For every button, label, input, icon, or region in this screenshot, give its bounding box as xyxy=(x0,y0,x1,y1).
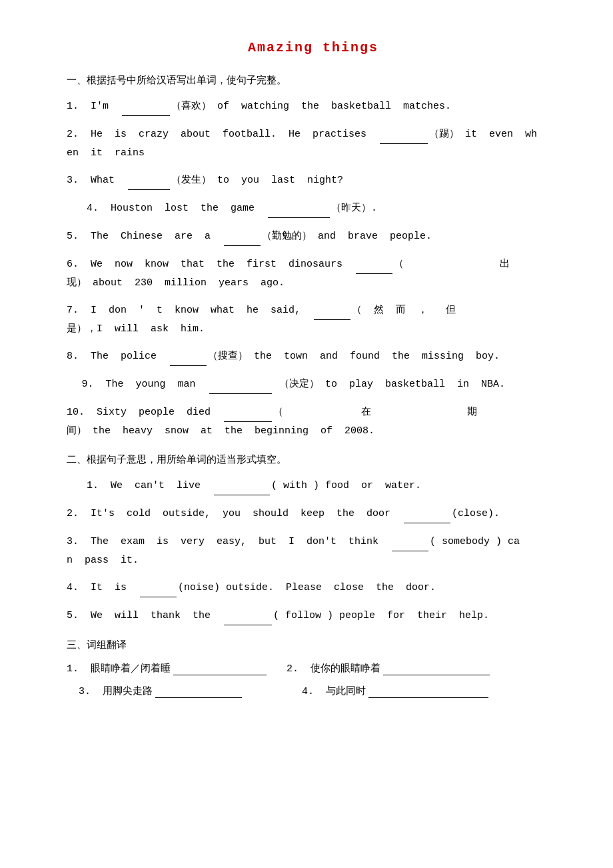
blank-q2 xyxy=(380,125,428,144)
q5: 5. The Chinese are a （勤勉的） and brave peo… xyxy=(67,227,560,246)
s2-q3: 3. The exam is very easy, but I don't th… xyxy=(67,533,560,569)
section1-header: 一、根据括号中所给汉语写出单词，使句子完整。 xyxy=(67,74,560,87)
q7: 7. I don ' t know what he said, （ 然 而 ， … xyxy=(67,301,560,338)
blank-q8 xyxy=(170,347,207,366)
blank-vocab3 xyxy=(155,686,242,698)
s2-q1: 1. We can't live ( with ) food or water. xyxy=(67,477,560,495)
blank-s2q3 xyxy=(392,533,428,551)
blank-s2q4 xyxy=(140,579,177,597)
blank-vocab1 xyxy=(173,663,267,675)
blank-q10 xyxy=(224,403,272,422)
blank-q7 xyxy=(314,301,350,320)
blank-s2q2 xyxy=(404,505,450,523)
page-title: Amazing things xyxy=(67,40,560,55)
section3-header: 三、词组翻译 xyxy=(67,639,560,651)
q8: 8. The police （搜查） the town and found th… xyxy=(67,347,560,366)
vocab-item-1: 1. 眼睛睁着／闭着睡 xyxy=(67,662,267,675)
q1: 1. I'm （喜欢） of watching the basketball m… xyxy=(67,97,560,116)
blank-q4 xyxy=(268,199,330,218)
s2-q2: 2. It's cold outside, you should keep th… xyxy=(67,505,560,523)
blank-s2q5 xyxy=(224,607,272,625)
q9: 9. The young man （决定） to play basketball… xyxy=(67,375,560,394)
q10: 10. Sixty people died （ 在 期 间） the heavy… xyxy=(67,403,560,440)
blank-vocab4 xyxy=(368,686,488,698)
q2: 2. He is crazy about football. He practi… xyxy=(67,125,560,162)
vocab-row1: 1. 眼睛睁着／闭着睡 2. 使你的眼睛睁着 xyxy=(67,662,560,675)
section2-header: 二、根据句子意思，用所给单词的适当形式填空。 xyxy=(67,453,560,466)
blank-s2q1 xyxy=(214,477,270,495)
blank-q5 xyxy=(224,227,261,246)
q4: 4. Houston lost the game （昨天）. xyxy=(67,199,560,218)
blank-vocab2 xyxy=(383,663,490,675)
s2-q5: 5. We will thank the ( follow ) people f… xyxy=(67,607,560,625)
blank-q1 xyxy=(122,97,170,116)
vocab-item-3: 3. 用脚尖走路 xyxy=(67,685,242,698)
q6: 6. We now know that the first dinosaurs … xyxy=(67,255,560,292)
vocab-item-4: 4. 与此同时 xyxy=(302,685,488,698)
s2-q4: 4. It is (noise) outside. Please close t… xyxy=(67,579,560,597)
vocab-row2: 3. 用脚尖走路 4. 与此同时 xyxy=(67,685,560,698)
q3: 3. What （发生） to you last night? xyxy=(67,171,560,190)
blank-q3 xyxy=(128,171,170,190)
blank-q6 xyxy=(356,255,392,274)
blank-q9 xyxy=(209,375,273,394)
vocab-item-2: 2. 使你的眼睛睁着 xyxy=(287,662,490,675)
